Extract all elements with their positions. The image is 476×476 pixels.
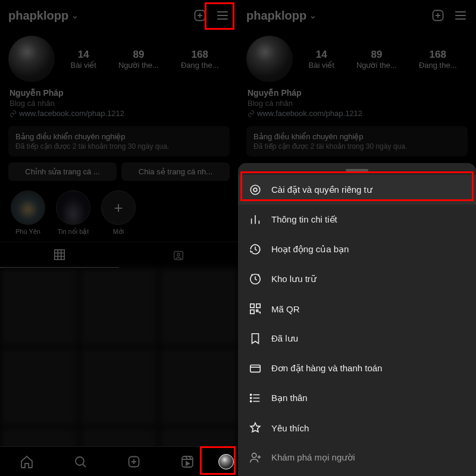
nav-reels-icon[interactable] (176, 450, 199, 474)
bio-name: Nguyễn Pháp (10, 88, 228, 98)
bottom-nav (0, 446, 238, 476)
profile-header: phapklopp ⌄ (238, 0, 476, 31)
link-icon (248, 110, 255, 117)
nav-profile-avatar[interactable] (214, 450, 238, 474)
menu-item-archive[interactable]: Kho lưu trữ (238, 264, 476, 294)
profile-tabs (0, 242, 238, 268)
svg-point-17 (250, 400, 252, 402)
sheet-handle[interactable] (346, 169, 368, 171)
bio-category: Blog cá nhân (10, 99, 228, 108)
post-thumb[interactable] (159, 268, 238, 346)
menu-item-discover[interactable]: Khám phá mọi người (238, 443, 476, 472)
username-switcher[interactable]: phapklopp ⌄ (246, 9, 317, 23)
create-icon[interactable] (193, 8, 207, 23)
link-icon (10, 110, 17, 117)
post-thumb[interactable] (0, 268, 79, 346)
list-icon (249, 392, 262, 405)
svg-rect-12 (256, 304, 260, 308)
menu-item-favorites[interactable]: Yêu thích (238, 413, 476, 443)
highlight-thumb (11, 190, 45, 225)
highlight-add[interactable]: + Mới (101, 190, 136, 236)
tab-grid[interactable] (0, 242, 119, 268)
nav-create-icon[interactable] (122, 450, 146, 474)
stat-followers[interactable]: 89 Người the... (117, 49, 160, 70)
post-thumb[interactable] (80, 347, 158, 426)
username-switcher[interactable]: phapklopp ⌄ (8, 9, 79, 23)
stat-following[interactable]: 168Đang the... (418, 49, 458, 70)
tab-tagged[interactable] (119, 242, 238, 268)
stat-posts[interactable]: 14 Bài viết (69, 49, 97, 70)
profile-stats-row: 14 Bài viết 89 Người the... 168 Đang the… (0, 31, 238, 87)
story-highlights: Phú Yên Tin nổi bật + Mới (0, 181, 238, 242)
profile-header: phapklopp ⌄ (0, 0, 238, 31)
svg-rect-14 (250, 365, 261, 372)
bio: Nguyễn Pháp Blog cá nhân www.facebook.co… (0, 87, 238, 119)
menu-item-settings[interactable]: Cài đặt và quyền riêng tư (238, 175, 476, 205)
chevron-down-icon: ⌄ (71, 11, 79, 20)
post-thumb[interactable] (80, 268, 158, 346)
menu-screen: phapklopp ⌄ 14Bài viết 89Người the... 16… (238, 0, 476, 476)
svg-point-3 (177, 253, 180, 255)
menu-item-close-friends[interactable]: Bạn thân (238, 383, 476, 413)
svg-rect-1 (55, 250, 65, 260)
highlight-item[interactable]: Phú Yên (11, 190, 45, 235)
clock-icon (249, 243, 262, 256)
menu-sheet: Cài đặt và quyền riêng tư Thông tin chi … (238, 163, 476, 476)
hamburger-menu-icon[interactable] (215, 8, 230, 23)
stat-followers[interactable]: 89Người the... (355, 49, 398, 70)
menu-item-activity[interactable]: Hoạt động của bạn (238, 234, 476, 264)
nav-home-icon[interactable] (15, 450, 39, 474)
hamburger-menu-icon[interactable] (453, 8, 468, 23)
pro-dashboard-card[interactable]: Bảng điều khiển chuyên nghiệp Đã tiếp cậ… (8, 126, 230, 156)
svg-rect-13 (250, 310, 254, 314)
menu-item-orders[interactable]: Đơn đặt hàng và thanh toán (238, 353, 476, 383)
svg-rect-11 (250, 304, 254, 308)
pro-dashboard-card[interactable]: Bảng điều khiển chuyên nghiệp Đã tiếp cậ… (246, 126, 468, 156)
svg-point-16 (250, 397, 252, 399)
username: phapklopp (246, 9, 306, 23)
svg-point-18 (252, 453, 256, 458)
chevron-down-icon: ⌄ (309, 11, 317, 20)
menu-item-qr[interactable]: Mã QR (238, 294, 476, 324)
stat-posts[interactable]: 14Bài viết (307, 49, 335, 70)
svg-point-15 (250, 394, 252, 395)
posts-grid (0, 268, 238, 476)
stat-following[interactable]: 168 Đang the... (180, 49, 220, 70)
card-icon (249, 362, 262, 375)
svg-rect-6 (182, 456, 193, 467)
highlight-item[interactable]: Tin nổi bật (56, 190, 90, 236)
bio-link[interactable]: www.facebook.com/phap.1212 (10, 109, 228, 118)
avatar[interactable] (246, 36, 293, 82)
edit-profile-button[interactable]: Chỉnh sửa trang cá ... (8, 162, 117, 181)
profile-screen: phapklopp ⌄ 14 Bài viết 89 Người the... … (0, 0, 238, 476)
plus-icon: + (101, 190, 136, 225)
share-profile-button[interactable]: Chia sẻ trang cá nh... (121, 162, 230, 181)
post-thumb[interactable] (0, 347, 79, 426)
star-icon (249, 421, 262, 434)
nav-search-icon[interactable] (68, 450, 92, 474)
avatar[interactable] (8, 36, 55, 82)
svg-point-8 (250, 185, 260, 195)
bio-link[interactable]: www.facebook.com/phap.1212 (248, 109, 466, 118)
username: phapklopp (8, 9, 68, 23)
qr-icon (249, 302, 262, 315)
bookmark-icon (249, 332, 262, 345)
create-icon[interactable] (431, 8, 445, 23)
discover-icon (249, 451, 262, 464)
menu-item-insights[interactable]: Thông tin chi tiết (238, 205, 476, 234)
gear-icon (249, 183, 262, 196)
bar-chart-icon (249, 213, 262, 226)
post-thumb[interactable] (159, 347, 238, 426)
menu-item-saved[interactable]: Đã lưu (238, 324, 476, 353)
highlight-thumb (56, 190, 90, 225)
svg-point-9 (253, 188, 257, 192)
svg-point-4 (76, 457, 84, 465)
archive-icon (249, 273, 262, 286)
